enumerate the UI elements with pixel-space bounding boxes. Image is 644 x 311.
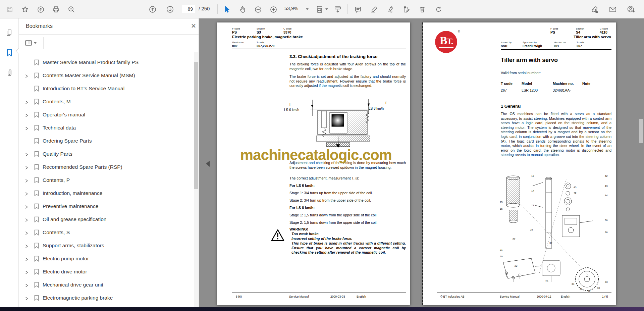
bookmark-item[interactable]: Recommended Spare Parts (RSP) [18,160,193,173]
stage-line: Stage 1: 1,5 turns down from the upper s… [289,213,377,218]
bookmark-label: Electromagnetic parking brake [43,295,113,301]
diagram-callout-number: 30 [597,287,600,290]
chevron-right-icon[interactable] [24,152,29,156]
next-page-icon[interactable] [165,4,175,14]
previous-page-icon[interactable] [148,4,158,14]
bookmark-item[interactable]: Ordering Spare Parts [18,134,193,147]
chevron-right-icon[interactable] [24,257,29,261]
registered-mark: ® [458,30,460,33]
warning-line: Incorrect setting of the brake force. [291,237,406,241]
scrollbar-thumb[interactable] [639,119,643,143]
bookmark-icon [34,177,39,183]
chevron-right-icon[interactable] [24,73,29,77]
warning-title: WARNING! [289,227,308,232]
star-icon[interactable] [20,4,30,14]
email-icon[interactable] [608,4,618,14]
share-link-icon[interactable] [590,4,600,14]
page-thumbnails-icon[interactable] [4,28,14,38]
chevron-right-icon[interactable] [24,204,29,208]
bookmark-item[interactable]: Master Service Manual Product family PS [18,56,193,69]
chevron-right-icon[interactable] [24,178,29,182]
bookmark-item[interactable]: Electromagnetic parking brake [18,291,193,304]
diagram-callout-number: 29 [545,280,548,283]
bookmarks-panel-icon[interactable] [4,48,14,58]
chevron-right-icon[interactable] [24,244,29,248]
approved-by-value: Fredrik Wigh [523,44,542,48]
edit-document-icon[interactable] [401,4,411,14]
delete-icon[interactable] [417,4,427,14]
bookmark-item[interactable]: Preventive maintenance [18,200,193,213]
bookmark-item[interactable]: Contents, M [18,95,193,108]
scrollbar-thumb[interactable] [194,62,198,189]
bookmark-options-button[interactable] [24,38,39,48]
bookmark-item[interactable]: Electric pump motor [18,252,193,265]
chevron-right-icon[interactable] [24,126,29,130]
bookmark-label: Technical data [43,125,76,131]
bookmark-item[interactable]: Technical data [18,121,193,134]
diagram-callout-number: 43 [605,185,607,188]
bookmark-item[interactable]: Introduction, maintenance [18,187,193,200]
fit-width-icon[interactable] [315,4,325,14]
ccode-value: 3370 [283,30,291,34]
comment-icon[interactable] [353,4,363,14]
bookmark-item[interactable]: Electric drive motor [18,265,193,278]
zoom-out-icon[interactable] [253,4,263,14]
chevron-right-icon[interactable] [24,113,29,117]
chevron-right-icon[interactable] [24,217,29,221]
bookmark-label: Electric drive motor [43,269,87,275]
bookmarks-scrollbar[interactable] [194,52,198,307]
bottom-bar [0,307,644,311]
divider [43,37,44,49]
share-upload-icon[interactable] [36,4,46,14]
zoom-level-value[interactable]: 53,9% [284,6,298,11]
save-icon[interactable] [5,4,15,14]
footer-date: 2000-03-03 [330,295,345,298]
bookmark-icon [34,138,39,144]
footer-rule [232,293,406,293]
search-icon[interactable] [66,4,76,14]
collapse-panel-icon[interactable] [206,161,210,167]
bookmark-item[interactable]: Quality Parts [18,147,193,160]
highlight-icon[interactable] [369,4,379,14]
zoom-level-caret-icon[interactable] [306,8,309,10]
bookmark-item[interactable]: Support arms, stabilizators [18,239,193,252]
bookmark-item[interactable]: Introduction to BT's Service Manual [18,82,193,95]
chevron-right-icon[interactable] [24,100,29,104]
redo-icon[interactable] [433,4,443,14]
toolbar: 89 / 250 53,9% [0,0,644,18]
chevron-right-icon[interactable] [24,191,29,195]
attachments-icon[interactable] [4,68,14,78]
select-tool-icon[interactable] [222,4,232,14]
chevron-right-icon[interactable] [24,165,29,169]
version-value: 001 [554,44,559,48]
footer-doc-name: Service Manual [500,295,520,298]
bookmark-item[interactable]: Oil and grease specification [18,213,193,226]
document-scrollbar[interactable] [639,18,644,307]
chevron-right-icon[interactable] [24,230,29,235]
bookmark-item[interactable]: Mechanical drive gear unit [18,278,193,291]
hand-tool-icon[interactable] [237,4,248,14]
bookmark-item[interactable]: Operator's manual [18,108,193,121]
close-panel-icon[interactable]: ✕ [190,22,198,30]
chevron-right-icon[interactable] [24,296,29,300]
bookmark-icon [34,112,39,118]
print-icon[interactable] [51,4,61,14]
share-with-people-icon[interactable] [626,4,636,14]
table-header: Model [522,82,532,86]
diagram-callout-number: 28 [530,228,533,231]
fit-width-caret-icon[interactable] [325,8,328,10]
bookmark-label: Recommended Spare Parts (RSP) [43,164,122,170]
page-number-input[interactable]: 89 [182,5,195,13]
zoom-in-icon[interactable] [268,4,278,14]
scroll-mode-icon[interactable] [333,4,343,14]
ccode-label: C-code [283,27,291,30]
page-title: Tiller arm with servo [501,57,558,64]
bookmark-item[interactable]: Contents, P [18,173,193,187]
bookmark-icon [34,125,39,131]
chevron-right-icon[interactable] [24,270,29,274]
bookmark-item[interactable]: Contents Master Service Manual (MSM) [18,69,193,82]
bookmark-item[interactable]: Contents, S [18,226,193,239]
version-label: Version no [232,41,244,44]
sign-icon[interactable] [385,4,395,14]
chevron-right-icon[interactable] [24,283,29,287]
